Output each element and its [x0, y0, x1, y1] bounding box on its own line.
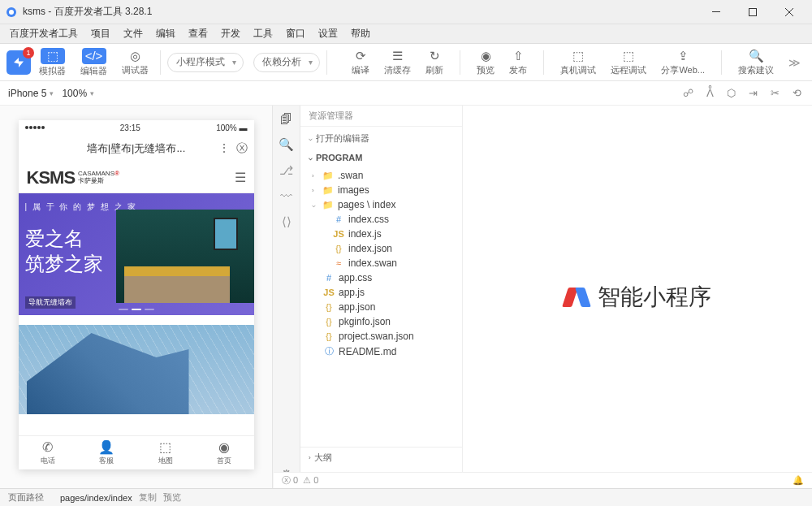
preview-button[interactable]: ◉预览: [472, 47, 499, 78]
service-icon: 👤: [98, 439, 114, 455]
phone-simulator[interactable]: 23:15 100% ▬ 墙布|壁布|无缝墙布... ⋮ ⓧ KSMS CASA…: [19, 120, 254, 469]
explorer-icon[interactable]: 🗐: [280, 112, 292, 126]
svg-rect-3: [749, 8, 756, 15]
search-sidebar-icon[interactable]: 🔍: [279, 137, 294, 152]
phone-icon: ✆: [42, 439, 53, 455]
cube-icon[interactable]: ⬡: [724, 87, 738, 99]
menu-project[interactable]: 项目: [84, 24, 117, 43]
file-app-js[interactable]: JSapp.js: [300, 285, 462, 300]
maximize-button[interactable]: [734, 0, 771, 24]
menu-file[interactable]: 文件: [117, 24, 149, 43]
clear-cache-button[interactable]: ☰清缓存: [379, 47, 416, 78]
app-icon: [5, 6, 18, 19]
title-bar: ksms - 百度开发者工具 3.28.1: [0, 0, 812, 24]
simulator-button[interactable]: ⬚ 模拟器: [34, 46, 71, 79]
menu-settings[interactable]: 设置: [312, 24, 344, 43]
minimize-button[interactable]: [698, 0, 734, 24]
copy-link[interactable]: 复制: [139, 491, 157, 504]
carousel-dots[interactable]: [119, 309, 154, 310]
tab-map[interactable]: ⬚地图: [136, 436, 196, 469]
program-section[interactable]: ⌵PROGRAM: [300, 150, 462, 165]
cut-icon[interactable]: ✂: [768, 87, 782, 99]
brand-text: 智能小程序: [598, 282, 711, 313]
mode-dropdown[interactable]: 小程序模式: [167, 53, 244, 72]
device-select[interactable]: iPhone 5: [8, 88, 54, 99]
file-app-css[interactable]: #app.css: [300, 270, 462, 285]
toolbar-more-button[interactable]: ≫: [784, 56, 806, 69]
debugger-button[interactable]: ◎ 调试器: [117, 47, 153, 78]
search-suggest-button[interactable]: 🔍搜索建议: [733, 47, 779, 78]
toolbar-logo[interactable]: 1: [6, 50, 31, 75]
publish-icon: ⇧: [509, 49, 527, 63]
simulator-panel: 23:15 100% ▬ 墙布|壁布|无缝墙布... ⋮ ⓧ KSMS CASA…: [0, 106, 273, 488]
editor-icon: </>: [82, 48, 106, 64]
hamburger-icon[interactable]: ☰: [235, 170, 246, 185]
error-count[interactable]: ⓧ 0: [282, 474, 298, 487]
link-icon[interactable]: ☍: [680, 87, 696, 99]
editor-button[interactable]: </> 编辑器: [76, 46, 112, 79]
file-index-json[interactable]: {}index.json: [300, 241, 462, 256]
file-README-md[interactable]: ⓘREADME.md: [300, 344, 462, 359]
warning-count[interactable]: ⚠ 0: [303, 475, 318, 486]
phone-tabbar: ✆电话 👤客服 ⬚地图 ◉首页: [19, 435, 254, 469]
user-icon[interactable]: ᐰ: [704, 87, 716, 99]
simulator-subbar: iPhone 5 100% ☍ ᐰ ⬡ ⇥ ✂ ⟲: [0, 81, 812, 106]
file-app-json[interactable]: {}app.json: [300, 300, 462, 314]
bell-icon[interactable]: 🔔: [793, 475, 804, 486]
perf-icon[interactable]: 〰: [280, 189, 292, 203]
phone-title-bar: 墙布|壁布|无缝墙布... ⋮ ⓧ: [19, 135, 254, 162]
main-toolbar: 1 ⬚ 模拟器 </> 编辑器 ◎ 调试器 小程序模式 依赖分析 ⟳编译 ☰清缓…: [0, 44, 812, 81]
editor-panel: 智能小程序: [463, 106, 812, 488]
phone-time: 23:15: [120, 123, 140, 132]
outline-section[interactable]: ›大纲: [300, 448, 462, 468]
phone-header: KSMS CASAMANS® 卡萨曼斯 ☰: [19, 162, 254, 193]
git-icon[interactable]: ⎇: [279, 163, 293, 178]
menu-tools[interactable]: 工具: [247, 24, 279, 43]
tab-home[interactable]: ◉首页: [195, 436, 254, 469]
compile-button[interactable]: ⟳编译: [347, 47, 374, 78]
phone-more-icon[interactable]: ⋮: [218, 141, 230, 156]
rotate-icon[interactable]: ⟲: [790, 87, 804, 99]
remote-debug2-button[interactable]: ⬚远程调试: [606, 47, 651, 78]
file-index-css[interactable]: #index.css: [300, 212, 462, 227]
publish-button[interactable]: ⇧发布: [504, 47, 532, 78]
phone-building-image: [19, 325, 254, 414]
share-icon: ⇪: [674, 49, 692, 63]
remote-debug-button[interactable]: ⬚真机调试: [555, 47, 601, 78]
menu-edit[interactable]: 编辑: [149, 24, 182, 43]
file--swan[interactable]: ›📁.swan: [300, 168, 462, 183]
menu-help[interactable]: 帮助: [344, 24, 377, 43]
tab-phone[interactable]: ✆电话: [19, 436, 78, 469]
open-editors-section[interactable]: ⌵打开的编辑器: [300, 130, 462, 147]
update-badge: 1: [23, 47, 34, 58]
close-button[interactable]: [771, 0, 807, 24]
tab-service[interactable]: 👤客服: [77, 436, 136, 469]
file-pages---index[interactable]: ⌵📁pages \ index: [300, 197, 462, 212]
menu-bar: 百度开发者工具 项目 文件 编辑 查看 开发 工具 窗口 设置 帮助: [0, 24, 812, 44]
file-images[interactable]: ›📁images: [300, 183, 462, 197]
dependency-dropdown[interactable]: 依赖分析: [253, 53, 320, 72]
code-icon[interactable]: ⟨⟩: [282, 214, 292, 229]
explorer-header: 资源管理器: [300, 106, 462, 127]
share-button[interactable]: ⇪分享Web...: [656, 47, 710, 78]
file-index-swan[interactable]: ≈index.swan: [300, 256, 462, 270]
file-pkginfo-json[interactable]: {}pkginfo.json: [300, 314, 462, 329]
menu-develop[interactable]: 开发: [214, 24, 247, 43]
zoom-select[interactable]: 100%: [62, 88, 94, 99]
menu-devtools[interactable]: 百度开发者工具: [3, 24, 84, 43]
window-title: ksms - 百度开发者工具 3.28.1: [23, 5, 698, 19]
menu-view[interactable]: 查看: [182, 24, 214, 43]
phone-statusbar: 23:15 100% ▬: [19, 120, 254, 135]
file-project-swan-json[interactable]: {}project.swan.json: [300, 329, 462, 344]
phone-hero-banner[interactable]: | 属 于 你 的 梦 想 之 家 爱之名筑梦之家 导航无缝墙布: [19, 193, 254, 315]
menu-window[interactable]: 窗口: [279, 24, 312, 43]
phone-close-icon[interactable]: ⓧ: [236, 141, 248, 156]
refresh-button[interactable]: ↻刷新: [421, 47, 448, 78]
remote-debug2-icon: ⬚: [620, 49, 637, 63]
enter-icon[interactable]: ⇥: [746, 87, 760, 99]
preview-link[interactable]: 预览: [163, 491, 181, 504]
search-icon: 🔍: [747, 49, 765, 63]
page-path-label: 页面路径: [8, 491, 44, 504]
phone-page-title: 墙布|壁布|无缝墙布...: [87, 141, 186, 156]
file-index-js[interactable]: JSindex.js: [300, 227, 462, 241]
